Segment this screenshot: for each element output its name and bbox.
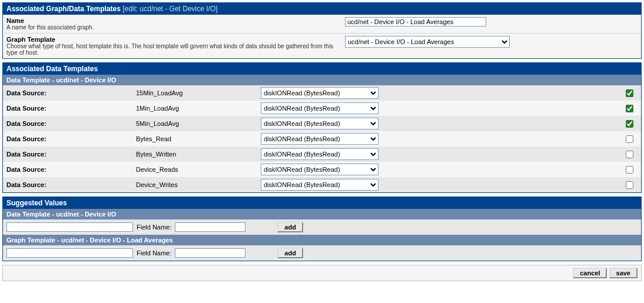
sv-gt-field-input[interactable] — [175, 248, 245, 258]
name-input[interactable] — [345, 17, 486, 26]
graph-template-row: Graph Template Choose what type of host,… — [3, 34, 641, 58]
data-source-checkbox[interactable] — [626, 151, 633, 158]
data-source-checkbox[interactable] — [626, 181, 633, 189]
data-source-checkbox[interactable] — [626, 166, 633, 174]
sv-dt-field-input[interactable] — [175, 222, 245, 232]
sv-dt-subheader: Data Template - ucd/net - Device I/O — [3, 209, 641, 219]
data-source-label: Data Source: — [6, 120, 136, 127]
data-source-row: Data Source:15Min_LoadAvgdiskIONRead (By… — [3, 85, 641, 101]
data-source-row: Data Source:1Min_LoadAvgdiskIONRead (Byt… — [3, 101, 641, 116]
sv-gt-add-button[interactable]: add — [277, 248, 303, 258]
data-source-name: 15Min_LoadAvg — [136, 89, 261, 96]
data-source-name: 1Min_LoadAvg — [136, 105, 261, 112]
data-source-select[interactable]: diskIONRead (BytesRead) — [261, 118, 379, 129]
sv-gt-subheader: Graph Template - ucd/net - Device I/O - … — [3, 235, 641, 245]
data-source-row: Data Source:Bytes_ReaddiskIONRead (Bytes… — [3, 131, 641, 146]
data-source-label: Data Source: — [6, 89, 136, 96]
dt-subheader: Data Template - ucd/net - Device I/O — [3, 75, 641, 85]
data-source-select[interactable]: diskIONRead (BytesRead) — [261, 133, 379, 145]
data-source-label: Data Source: — [6, 151, 136, 158]
data-source-select[interactable]: diskIONRead (BytesRead) — [261, 179, 379, 191]
sv-dt-row: Field Name: add — [3, 219, 641, 235]
sv-dt-add-button[interactable]: add — [277, 222, 303, 232]
sv-dt-value-input[interactable] — [6, 222, 133, 232]
gt-desc: Choose what type of host, host template … — [6, 43, 340, 56]
data-source-name: Device_Reads — [136, 166, 261, 173]
sv-gt-value-input[interactable] — [6, 248, 133, 258]
associated-graph-data-templates-section: Associated Graph/Data Templates [edit: u… — [2, 2, 642, 59]
data-source-label: Data Source: — [6, 166, 136, 173]
data-source-row: Data Source:Bytes_WrittendiskIONRead (By… — [3, 146, 641, 162]
graph-template-select[interactable]: ucd/net - Device I/O - Load Averages — [345, 36, 510, 48]
data-source-row: Data Source:Device_ReadsdiskIONRead (Byt… — [3, 162, 641, 177]
data-source-select[interactable]: diskIONRead (BytesRead) — [261, 164, 379, 175]
data-source-select[interactable]: diskIONRead (BytesRead) — [261, 148, 379, 160]
data-source-name: 5Min_LoadAvg — [136, 120, 261, 127]
gt-label: Graph Template — [6, 36, 340, 43]
data-source-checkbox[interactable] — [626, 105, 633, 112]
data-source-checkbox[interactable] — [626, 89, 633, 97]
data-source-name: Bytes_Written — [136, 151, 261, 158]
footer-bar: cancel save — [2, 265, 642, 281]
suggested-header: Suggested Values — [3, 197, 641, 209]
sv-gt-field-label: Field Name: — [137, 249, 171, 257]
cancel-button[interactable]: cancel — [573, 268, 607, 278]
data-source-checkbox[interactable] — [626, 135, 633, 143]
data-source-row: Data Source:5Min_LoadAvgdiskIONRead (Byt… — [3, 116, 641, 131]
data-source-name: Bytes_Read — [136, 135, 261, 142]
name-label: Name — [6, 17, 340, 24]
main-title: Associated Graph/Data Templates — [6, 5, 121, 13]
suggested-values-section: Suggested Values Data Template - ucd/net… — [2, 197, 642, 261]
name-row: Name A name for this associated graph. — [3, 15, 641, 34]
data-source-row: Data Source:Device_WritesdiskIONRead (By… — [3, 177, 641, 192]
name-desc: A name for this associated graph. — [6, 24, 340, 31]
save-button[interactable]: save — [609, 268, 638, 278]
sv-gt-row: Field Name: add — [3, 245, 641, 261]
data-source-label: Data Source: — [6, 105, 136, 112]
section-header-main: Associated Graph/Data Templates [edit: u… — [3, 3, 641, 15]
assoc-dt-header: Associated Data Templates — [3, 63, 641, 75]
data-source-select[interactable]: diskIONRead (BytesRead) — [261, 102, 379, 114]
edit-info: [edit: ucd/net - Get Device I/O] — [122, 5, 217, 13]
data-source-label: Data Source: — [6, 181, 136, 188]
sv-dt-field-label: Field Name: — [137, 224, 171, 231]
associated-data-templates-section: Associated Data Templates Data Template … — [2, 62, 642, 193]
data-source-name: Device_Writes — [136, 181, 261, 188]
data-source-checkbox[interactable] — [626, 120, 633, 128]
data-source-label: Data Source: — [6, 135, 136, 142]
data-source-select[interactable]: diskIONRead (BytesRead) — [261, 87, 379, 99]
